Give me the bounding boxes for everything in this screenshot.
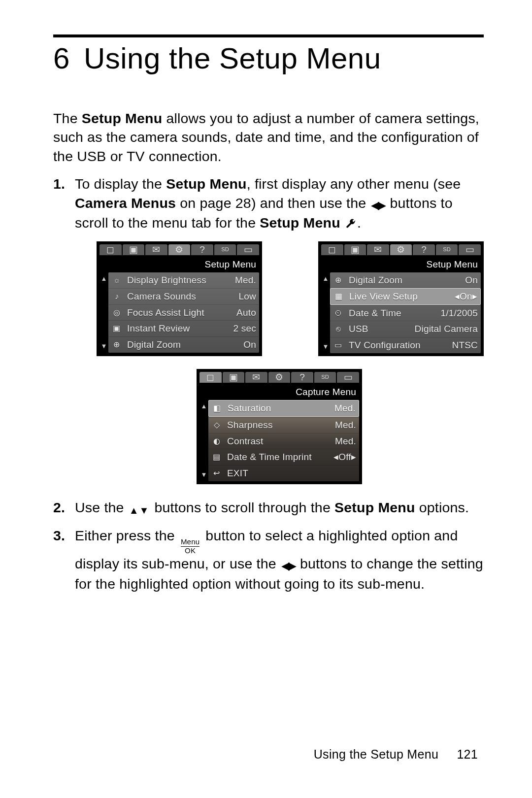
menu-ok-top: Menu [181,538,200,547]
left-right-arrows-icon [281,555,295,574]
menu-label: EXIT [227,467,352,480]
text: . [357,215,361,231]
menu-value: Digital Camera [415,323,478,335]
menu-label: Instant Review [127,322,230,335]
contrast-icon: ◐ [210,436,223,447]
chapter-number: 6 [53,41,70,75]
page-footer: Using the Setup Menu 121 [314,747,478,762]
text: The [53,110,82,126]
page-number: 121 [457,747,478,761]
focus-icon: ◎ [110,307,123,318]
tab-icon: ▣ [344,244,366,255]
intro-paragraph: The Setup Menu allows you to adjust a nu… [53,109,484,166]
text: buttons to scroll through the [150,499,334,515]
chapter-rule [53,34,484,37]
tab-icon: SD [214,244,236,255]
menu-row: ⎋USBDigital Camera [330,321,481,337]
menu-label: Live View Setup [349,290,451,303]
bold-setup-menu: Setup Menu [82,110,163,126]
chapter-title: Using the Setup Menu [84,41,381,75]
bold-camera-menus: Camera Menus [75,195,176,211]
tab-icon: ◻ [100,244,122,255]
tab-bar: ◻ ▣ ✉ ⚙ ? SD ▭ [200,372,359,383]
menu-value: On [465,274,478,287]
sound-icon: ♪ [110,291,123,302]
left-right-arrows-icon [371,195,385,213]
bold-setup-menu: Setup Menu [260,215,340,231]
tab-icon: ▣ [123,244,145,255]
menu-row: ⊕Digital ZoomOn [330,272,481,288]
scroll-indicator: ▲▼ [321,272,330,353]
menu-label: Sharpness [227,419,331,432]
date-imprint-icon: ▤ [210,452,223,463]
text [340,215,344,231]
menu-row-exit: ↩EXIT [208,465,359,481]
menu-value: Med. [235,274,256,287]
menu-label: Digital Zoom [127,338,239,351]
scroll-indicator: ▲▼ [100,272,108,352]
menu-row: ▭TV ConfigurationNTSC [330,337,481,353]
menu-value: Med. [335,419,356,432]
text: on page 28) and then use the [176,195,370,211]
review-icon: ▣ [110,323,123,334]
wrench-icon [345,215,356,234]
menu-label: Saturation [228,402,331,415]
lcd-screenshots-row: ◻ ▣ ✉ ⚙ ? SD ▭ Setup Menu ▲▼ ☼Display Br… [97,241,484,356]
footer-label: Using the Setup Menu [314,747,438,761]
scroll-indicator: ▲▼ [200,400,208,481]
menu-row: ◎Focus Assist LightAuto [108,304,259,321]
tab-setup-icon: ⚙ [390,244,412,255]
menu-label: Digital Zoom [349,274,461,287]
menu-value: Med. [335,435,356,448]
menu-row: ◐ContrastMed. [208,433,359,449]
lcd-capture-center: ◻ ▣ ✉ ⚙ ? SD ▭ Capture Menu ▲▼ ◧Saturati… [197,369,362,484]
menu-value: Auto [236,306,256,319]
sharpness-icon: ◇ [210,420,223,431]
liveview-icon: ▦ [332,291,345,302]
text: Use the [75,499,128,515]
zoom-icon: ⊕ [332,275,345,286]
lcd-setup-left: ◻ ▣ ✉ ⚙ ? SD ▭ Setup Menu ▲▼ ☼Display Br… [97,241,262,356]
menu-row: ▤Date & Time Imprint◂Off▸ [208,449,359,465]
menu-row: ☼Display BrightnessMed. [108,272,259,288]
tab-icon: ? [191,244,213,255]
step-3: Either press the MenuOK button to select… [53,526,484,593]
tab-capture-icon: ◻ [200,372,222,383]
menu-label: USB [349,323,411,335]
tab-icon: ✉ [145,244,167,255]
menu-row: ♪Camera SoundsLow [108,288,259,304]
tab-icon: ▭ [237,244,259,255]
tab-icon: ✉ [367,244,389,255]
menu-row-highlighted: ▦Live View Setup◂On▸ [330,288,481,305]
tab-icon: ⚙ [268,372,291,383]
tab-icon: ▭ [337,372,359,383]
up-down-arrows-icon [129,499,150,518]
step-1: To display the Setup Menu, first display… [53,174,484,484]
menu-label: Focus Assist Light [127,306,233,319]
tv-icon: ▭ [332,340,345,351]
lcd-title: Capture Menu [200,385,359,400]
tab-icon: ▣ [223,372,245,383]
menu-ok-button-icon: MenuOK [181,538,200,555]
menu-value: NTSC [452,339,478,352]
menu-label: Contrast [227,435,331,448]
menu-value: Low [239,290,256,303]
menu-value: 1/1/2005 [440,307,478,320]
tab-icon: ✉ [245,372,267,383]
exit-icon: ↩ [210,468,223,479]
tab-icon: SD [436,244,458,255]
usb-icon: ⎋ [332,324,345,334]
saturation-icon: ◧ [211,403,224,414]
tab-icon: ? [291,372,313,383]
menu-value: 2 sec [233,322,256,335]
text: , first display any other menu (see [247,176,461,192]
tab-icon: ◻ [321,244,343,255]
tab-bar: ◻ ▣ ✉ ⚙ ? SD ▭ [321,244,481,255]
menu-row: ◇SharpnessMed. [208,417,359,433]
lcd-title: Setup Menu [100,257,259,273]
bold-setup-menu: Setup Menu [334,499,415,515]
tab-icon: ▭ [459,244,481,255]
menu-label: Display Brightness [127,274,231,287]
step-2: Use the buttons to scroll through the Se… [53,498,484,518]
menu-value: Med. [334,402,356,415]
